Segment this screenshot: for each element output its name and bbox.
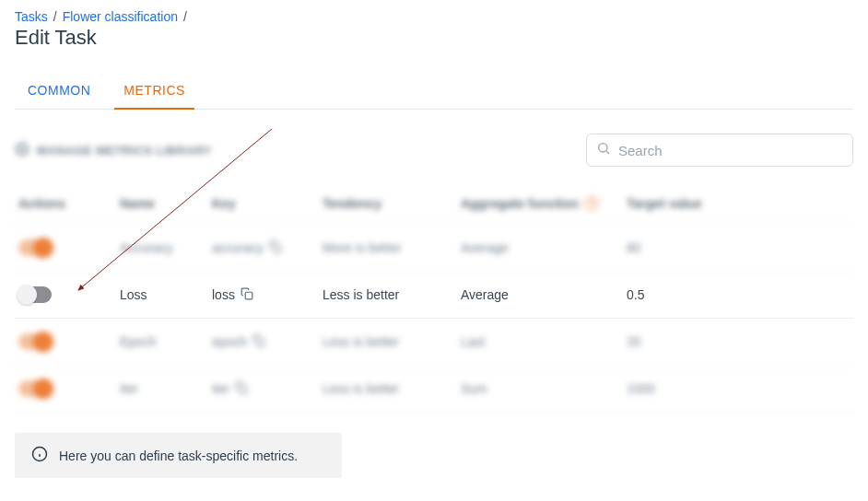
svg-point-1 bbox=[599, 144, 607, 152]
breadcrumb-project[interactable]: Flower classification bbox=[63, 9, 178, 24]
manage-metrics-library-button[interactable]: MANAGE METRICS LIBRARY bbox=[15, 142, 212, 159]
metric-target: 1000 bbox=[627, 381, 850, 396]
page-title: Edit Task bbox=[15, 26, 853, 50]
metric-key: iter bbox=[212, 381, 323, 397]
copy-icon[interactable] bbox=[269, 240, 282, 256]
col-target: Target value bbox=[627, 196, 850, 211]
metric-aggfn: Sum bbox=[461, 381, 627, 396]
col-tendency: Tendency bbox=[323, 196, 461, 211]
table-row: IteriterLess is betterSum1000 bbox=[15, 366, 853, 413]
metric-key: epoch bbox=[212, 334, 323, 350]
metric-aggfn: Last bbox=[461, 334, 627, 349]
copy-icon[interactable] bbox=[240, 287, 253, 303]
toolbar: MANAGE METRICS LIBRARY bbox=[15, 134, 853, 167]
manage-metrics-library-label: MANAGE METRICS LIBRARY bbox=[37, 144, 212, 157]
search-input[interactable] bbox=[618, 143, 843, 158]
metric-target: 0.5 bbox=[627, 287, 850, 302]
metric-tendency: More is better bbox=[323, 240, 461, 255]
col-aggfn: Aggregate function ? bbox=[461, 196, 627, 211]
col-actions: Actions bbox=[18, 196, 120, 211]
metric-name: Epoch bbox=[120, 334, 212, 349]
metric-key: loss bbox=[212, 287, 323, 303]
metric-name: Loss bbox=[120, 287, 212, 302]
svg-point-0 bbox=[20, 147, 24, 151]
metric-tendency: Less is better bbox=[323, 334, 461, 349]
svg-rect-5 bbox=[257, 339, 264, 346]
metric-name: Accuracy bbox=[120, 240, 212, 255]
metric-target: 80 bbox=[627, 240, 850, 255]
search-icon bbox=[596, 141, 611, 159]
tabs: COMMON METRICS bbox=[15, 74, 853, 110]
table-row: LosslossLess is betterAverage0.5 bbox=[15, 272, 853, 319]
col-key: Key bbox=[212, 196, 323, 211]
col-aggfn-label: Aggregate function bbox=[461, 196, 579, 211]
metric-aggfn: Average bbox=[461, 287, 627, 302]
col-name: Name bbox=[120, 196, 212, 211]
metric-name: Iter bbox=[120, 381, 212, 396]
tab-metrics[interactable]: METRICS bbox=[120, 74, 189, 109]
table-row: AccuracyaccuracyMore is betterAverage80 bbox=[15, 225, 853, 272]
breadcrumb-tasks[interactable]: Tasks bbox=[15, 9, 48, 24]
enable-toggle[interactable] bbox=[18, 333, 52, 350]
svg-line-2 bbox=[606, 151, 609, 154]
table-row: EpochepochLess is betterLast20 bbox=[15, 319, 853, 366]
metric-tendency: Less is better bbox=[323, 287, 461, 302]
search-box[interactable] bbox=[586, 134, 853, 167]
metric-aggfn: Average bbox=[461, 240, 627, 255]
enable-toggle[interactable] bbox=[18, 380, 52, 397]
gear-icon bbox=[15, 142, 29, 159]
info-bar: Here you can define task-specific metric… bbox=[15, 433, 342, 478]
metric-tendency: Less is better bbox=[323, 381, 461, 396]
table-header: Actions Name Key Tendency Aggregate func… bbox=[15, 185, 853, 225]
copy-icon[interactable] bbox=[235, 381, 248, 397]
info-icon bbox=[31, 446, 48, 465]
info-bar-text: Here you can define task-specific metric… bbox=[59, 449, 298, 463]
breadcrumb-sep: / bbox=[183, 9, 187, 24]
tab-common[interactable]: COMMON bbox=[24, 74, 94, 109]
metric-target: 20 bbox=[627, 334, 850, 349]
svg-rect-6 bbox=[240, 386, 248, 393]
breadcrumb-sep: / bbox=[53, 9, 57, 24]
help-icon[interactable]: ? bbox=[584, 196, 599, 211]
svg-rect-3 bbox=[274, 245, 281, 252]
enable-toggle[interactable] bbox=[18, 286, 52, 303]
svg-rect-4 bbox=[245, 292, 252, 299]
metric-key: accuracy bbox=[212, 240, 323, 256]
metrics-table: Actions Name Key Tendency Aggregate func… bbox=[15, 185, 853, 413]
copy-icon[interactable] bbox=[252, 334, 265, 350]
breadcrumb: Tasks / Flower classification / bbox=[15, 9, 853, 24]
enable-toggle[interactable] bbox=[18, 239, 52, 256]
